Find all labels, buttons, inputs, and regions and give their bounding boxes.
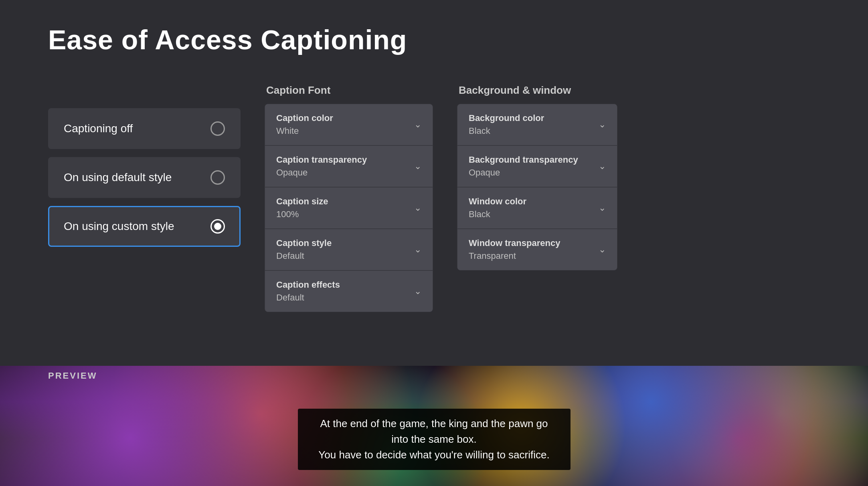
captioning-off-radio[interactable] <box>210 121 225 136</box>
caption-effects-text: Caption effects Default <box>276 280 340 303</box>
page-title: Ease of Access Captioning <box>48 24 407 55</box>
window-transparency-label: Window transparency <box>469 238 560 248</box>
window-color-value: Black <box>469 209 526 220</box>
background-transparency-chevron: ⌄ <box>599 161 606 171</box>
caption-preview-box: At the end of the game, the king and the… <box>298 409 571 470</box>
caption-style-text: Caption style Default <box>276 238 332 261</box>
window-color-chevron: ⌄ <box>599 203 606 213</box>
background-color-dropdown[interactable]: Background color Black ⌄ <box>457 104 617 145</box>
default-style-label: On using default style <box>64 171 172 184</box>
caption-color-chevron: ⌄ <box>414 119 421 130</box>
caption-size-text: Caption size 100% <box>276 196 328 220</box>
caption-font-group: Caption color White ⌄ Caption transparen… <box>265 104 433 312</box>
window-transparency-dropdown[interactable]: Window transparency Transparent ⌄ <box>457 229 617 270</box>
caption-style-value: Default <box>276 251 332 261</box>
default-style-radio[interactable] <box>210 170 225 185</box>
background-transparency-text: Background transparency Opaque <box>469 155 578 178</box>
caption-size-dropdown[interactable]: Caption size 100% ⌄ <box>265 187 433 229</box>
background-color-chevron: ⌄ <box>599 119 606 130</box>
caption-effects-label: Caption effects <box>276 280 340 290</box>
background-color-value: Black <box>469 126 544 136</box>
window-transparency-chevron: ⌄ <box>599 244 606 255</box>
caption-line2: You have to decide what you're willing t… <box>318 449 549 461</box>
caption-effects-dropdown[interactable]: Caption effects Default ⌄ <box>265 270 433 312</box>
background-window-column: Background & window Background color Bla… <box>457 84 617 312</box>
caption-size-value: 100% <box>276 209 328 220</box>
caption-transparency-dropdown[interactable]: Caption transparency Opaque ⌄ <box>265 145 433 187</box>
background-window-group: Background color Black ⌄ Background tran… <box>457 104 617 270</box>
background-transparency-label: Background transparency <box>469 155 578 165</box>
caption-transparency-value: Opaque <box>276 167 367 178</box>
window-color-dropdown[interactable]: Window color Black ⌄ <box>457 187 617 229</box>
window-color-text: Window color Black <box>469 196 526 220</box>
caption-style-chevron: ⌄ <box>414 244 421 255</box>
preview-background: At the end of the game, the king and the… <box>0 366 868 486</box>
background-window-header: Background & window <box>457 84 617 97</box>
caption-font-column: Caption Font Caption color White ⌄ Capti… <box>265 84 433 312</box>
background-transparency-value: Opaque <box>469 167 578 178</box>
custom-style-radio[interactable] <box>210 219 225 234</box>
preview-area: PREVIEW At the end of the game, the king… <box>0 366 868 486</box>
main-content: Captioning off On using default style On… <box>48 84 836 312</box>
window-transparency-value: Transparent <box>469 251 560 261</box>
caption-effects-chevron: ⌄ <box>414 286 421 296</box>
columns-wrapper: Caption Font Caption color White ⌄ Capti… <box>265 84 836 312</box>
preview-label: PREVIEW <box>48 371 97 381</box>
custom-style-label: On using custom style <box>64 220 174 233</box>
captioning-off-option[interactable]: Captioning off <box>48 108 241 149</box>
captioning-off-label: Captioning off <box>64 122 133 135</box>
caption-effects-value: Default <box>276 292 340 303</box>
caption-font-header: Caption Font <box>265 84 433 97</box>
custom-style-option[interactable]: On using custom style <box>48 206 241 247</box>
caption-line1: At the end of the game, the king and the… <box>320 417 548 445</box>
caption-size-chevron: ⌄ <box>414 203 421 213</box>
caption-style-label: Caption style <box>276 238 332 248</box>
caption-transparency-chevron: ⌄ <box>414 161 421 171</box>
caption-color-dropdown[interactable]: Caption color White ⌄ <box>265 104 433 145</box>
default-style-option[interactable]: On using default style <box>48 157 241 198</box>
caption-transparency-label: Caption transparency <box>276 155 367 165</box>
caption-transparency-text: Caption transparency Opaque <box>276 155 367 178</box>
background-color-text: Background color Black <box>469 113 544 136</box>
background-color-label: Background color <box>469 113 544 123</box>
caption-color-text: Caption color White <box>276 113 333 136</box>
window-color-label: Window color <box>469 196 526 207</box>
left-column: Captioning off On using default style On… <box>48 84 241 312</box>
caption-preview-text: At the end of the game, the king and the… <box>312 416 556 463</box>
background-transparency-dropdown[interactable]: Background transparency Opaque ⌄ <box>457 145 617 187</box>
caption-color-value: White <box>276 126 333 136</box>
caption-style-dropdown[interactable]: Caption style Default ⌄ <box>265 229 433 270</box>
caption-size-label: Caption size <box>276 196 328 207</box>
window-transparency-text: Window transparency Transparent <box>469 238 560 261</box>
caption-color-label: Caption color <box>276 113 333 123</box>
